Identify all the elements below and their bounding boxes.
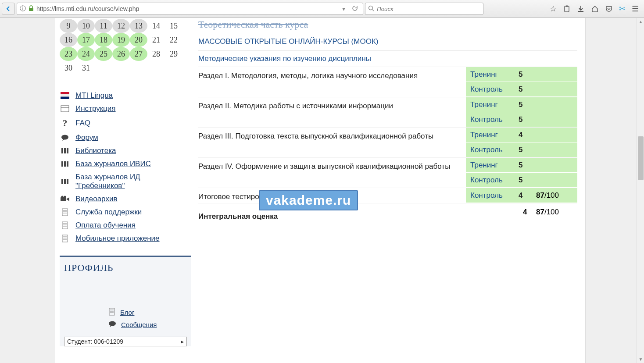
extension-icon[interactable]: ✂ xyxy=(619,4,626,14)
track-link[interactable]: Контроль xyxy=(466,85,519,94)
scroll-up-icon[interactable]: ▲ xyxy=(637,18,644,25)
scrollbar[interactable]: ▲ ▼ xyxy=(637,18,644,363)
calendar-day[interactable]: 24 xyxy=(77,47,95,61)
chat-icon xyxy=(60,134,70,141)
calendar-day[interactable]: 13 xyxy=(130,19,147,33)
track-row: Тренинг5 xyxy=(466,67,577,82)
window-icon xyxy=(60,105,70,112)
back-button[interactable] xyxy=(2,3,15,15)
reload-button[interactable] xyxy=(350,5,360,13)
calendar-day[interactable]: 25 xyxy=(95,47,112,61)
calendar-day[interactable]: 9 xyxy=(60,19,77,33)
svg-rect-16 xyxy=(64,161,66,167)
track-row: Контроль5 xyxy=(466,142,577,157)
profile-link: Блог xyxy=(108,306,191,319)
calendar-day[interactable]: 23 xyxy=(60,47,77,61)
svg-rect-14 xyxy=(67,148,68,153)
calendar-day[interactable]: 22 xyxy=(165,33,182,47)
downloads-icon[interactable] xyxy=(577,4,585,14)
method-link[interactable]: Методические указания по изучению дисцип… xyxy=(198,50,577,67)
calendar-day[interactable]: 17 xyxy=(77,33,95,47)
section-row: Раздел III. Подготовка текста выпускной … xyxy=(198,128,577,158)
calendar-day xyxy=(95,61,112,75)
profile-link-label[interactable]: Блог xyxy=(120,309,134,316)
sidebar-link-label[interactable]: Библиотека xyxy=(75,146,116,155)
track-link[interactable]: Контроль xyxy=(466,176,519,185)
svg-rect-12 xyxy=(61,148,63,153)
svg-rect-0 xyxy=(29,8,33,11)
svg-line-2 xyxy=(372,9,374,11)
track-score: 4 xyxy=(519,131,536,139)
track-row: Тренинг5 xyxy=(466,97,577,112)
calendar-day[interactable]: 31 xyxy=(77,61,95,75)
track-link[interactable]: Тренинг xyxy=(466,161,519,170)
pocket-icon[interactable] xyxy=(605,4,613,14)
calendar-day[interactable]: 21 xyxy=(147,33,165,47)
calendar-day[interactable]: 10 xyxy=(77,19,95,33)
calendar-day[interactable]: 30 xyxy=(60,61,77,75)
calendar-day[interactable]: 19 xyxy=(112,33,130,47)
calendar-day[interactable]: 28 xyxy=(147,47,165,61)
main-content: Теоретическая часть курса МАССОВЫЕ ОТКРЫ… xyxy=(196,18,585,363)
calendar-day[interactable]: 12 xyxy=(112,19,130,33)
profile-link-label[interactable]: Сообщения xyxy=(121,321,157,328)
sidebar-link-label[interactable]: MTI Lingua xyxy=(75,91,113,100)
mook-link[interactable]: МАССОВЫЕ ОТКРЫТЫЕ ОНЛАЙН-КУРСЫ (МООК) xyxy=(198,33,577,50)
sidebar-link: Библиотека xyxy=(60,144,191,157)
sidebar-link-label[interactable]: Инструкция xyxy=(75,104,116,113)
books-icon xyxy=(60,147,70,154)
svg-rect-20 xyxy=(67,179,68,184)
track-link[interactable]: Контроль xyxy=(466,146,519,154)
menu-icon[interactable]: ☰ xyxy=(632,4,639,14)
section-title: Раздел IV. Оформление и защита выпускной… xyxy=(198,158,466,188)
sidebar-link-label[interactable]: Мобильное приложение xyxy=(75,234,160,243)
calendar-day[interactable]: 29 xyxy=(165,47,182,61)
bookmark-star-icon[interactable]: ☆ xyxy=(550,4,557,14)
search-input[interactable] xyxy=(377,6,480,12)
track-score: 5 xyxy=(519,146,536,154)
sidebar-link-label[interactable]: База журналов ИВИС xyxy=(75,160,151,168)
calendar: 9101112131415161718192021222324252627282… xyxy=(60,19,191,81)
track-score: 5 xyxy=(519,176,536,185)
clipboard-icon[interactable] xyxy=(563,4,571,14)
track-link[interactable]: Контроль xyxy=(466,191,519,200)
track-link[interactable]: Тренинг xyxy=(466,100,519,109)
sidebar-link: Инструкция xyxy=(60,102,191,115)
track-score: 5 xyxy=(519,161,536,170)
profile-select[interactable]: Студент: 006-01209 ▸ xyxy=(64,337,187,346)
calendar-day[interactable]: 18 xyxy=(95,33,112,47)
search-bar[interactable] xyxy=(365,3,483,15)
calendar-day[interactable]: 20 xyxy=(130,33,147,47)
sidebar-link-label[interactable]: FAQ xyxy=(75,119,90,128)
watermark: vakademe.ru xyxy=(259,190,358,210)
home-icon[interactable] xyxy=(591,4,599,14)
final-extra: 87/100 xyxy=(536,208,559,221)
track-extra: 87/100 xyxy=(536,191,559,200)
track-link[interactable]: Тренинг xyxy=(466,131,519,139)
sidebar-link-label[interactable]: Форум xyxy=(75,133,98,142)
video-icon xyxy=(60,196,70,203)
sidebar-link-label[interactable]: Служба поддержки xyxy=(75,208,142,217)
lock-icon xyxy=(29,5,34,13)
dropdown-icon[interactable]: ▾ xyxy=(340,5,347,12)
track-link[interactable]: Тренинг xyxy=(466,70,519,79)
sidebar-link-label[interactable]: База журналов ИД"Гребенников" xyxy=(75,173,140,190)
profile-select-value: Студент: 006-01209 xyxy=(67,338,123,345)
chevron-right-icon: ▸ xyxy=(181,338,184,345)
calendar-day[interactable]: 11 xyxy=(95,19,112,33)
calendar-day[interactable]: 16 xyxy=(60,33,77,47)
calendar-day[interactable]: 26 xyxy=(112,47,130,61)
calendar-day[interactable]: 15 xyxy=(165,19,182,33)
calendar-day[interactable]: 14 xyxy=(147,19,165,33)
profile-link: Сообщения xyxy=(108,319,191,331)
scrollbar-thumb[interactable] xyxy=(638,136,644,180)
calendar-day[interactable]: 27 xyxy=(130,47,147,61)
doc-icon xyxy=(60,208,70,216)
sidebar: 9101112131415161718192021222324252627282… xyxy=(55,18,196,363)
track-link[interactable]: Контроль xyxy=(466,115,519,124)
url-bar[interactable]: ⓘ https://lms.mti.edu.ru/course/view.php… xyxy=(17,3,363,15)
scroll-down-icon[interactable]: ▼ xyxy=(637,356,644,363)
svg-rect-4 xyxy=(566,6,568,7)
sidebar-link-label[interactable]: Видеоархив xyxy=(75,195,117,203)
sidebar-link-label[interactable]: Оплата обучения xyxy=(75,221,136,230)
